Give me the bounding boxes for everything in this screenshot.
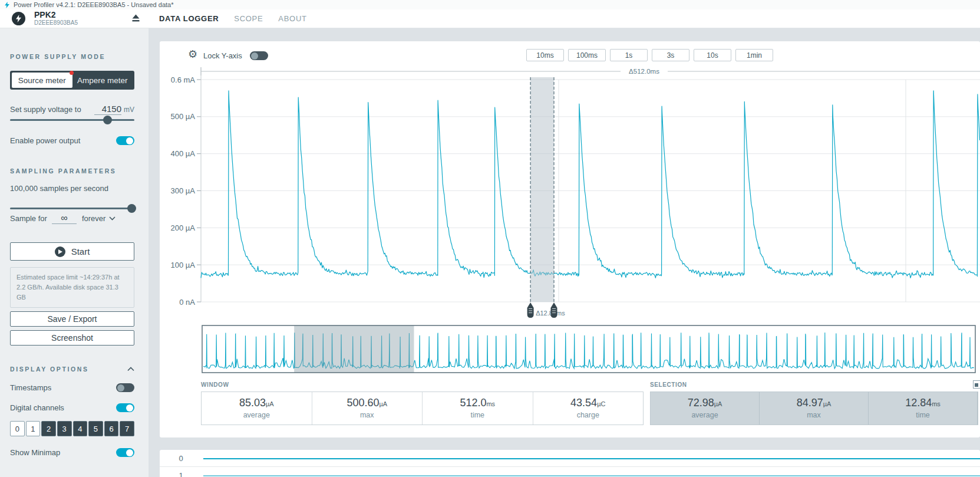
digital-channel-row-0: 0 <box>160 450 980 467</box>
disk-space-estimate: Estimated space limit ~14:29:37h at 2.2 … <box>10 267 134 308</box>
chevron-down-icon[interactable] <box>109 216 116 221</box>
chevron-up-icon[interactable] <box>127 367 134 371</box>
digital-channels-toggle[interactable] <box>116 403 134 412</box>
digital-signal-line <box>203 475 980 476</box>
eject-device-button[interactable] <box>131 14 141 25</box>
enable-power-label: Enable power output <box>10 136 80 145</box>
source-meter-label: Source meter <box>18 76 66 85</box>
data-logger-panel: ⚙ Lock Y-axis 10ms100ms1s3s10s1min Δ512.… <box>160 41 980 437</box>
digital-channels-row: Digital channels <box>10 403 134 412</box>
stat-unit: µC <box>597 400 605 407</box>
y-axis-tick-label: 0 nA <box>179 298 195 307</box>
voltage-unit: mV <box>124 106 134 114</box>
stat-value: 43.54 <box>570 397 597 409</box>
window-stat-charge: 43.54µCcharge <box>533 392 644 425</box>
channel-button-6[interactable]: 6 <box>104 421 119 436</box>
y-axis-tick-label: 100 µA <box>171 261 196 269</box>
digital-channel-row-1: 1 <box>160 467 980 477</box>
stat-unit: µA <box>379 400 387 407</box>
window-stats-label: WINDOW <box>201 381 229 388</box>
tab-data-logger[interactable]: DATA LOGGER <box>159 14 219 23</box>
selection-stat-average: 72.98µAaverage <box>651 392 760 425</box>
stat-value: 512.0 <box>460 397 486 409</box>
selection-stat-time: 12.84mstime <box>869 392 978 425</box>
tab-about[interactable]: ABOUT <box>278 14 306 23</box>
stat-label: average <box>651 411 759 419</box>
channel-button-2[interactable]: 2 <box>41 421 56 436</box>
sample-rate-slider-track[interactable] <box>10 208 134 209</box>
stat-label: average <box>202 411 312 419</box>
nav-tabs: DATA LOGGERSCOPEABOUT <box>159 9 307 28</box>
channel-button-1[interactable]: 1 <box>26 421 41 436</box>
minimap-chart[interactable] <box>160 323 980 377</box>
show-minimap-label: Show Minimap <box>10 448 60 457</box>
screenshot-button[interactable]: Screenshot <box>10 330 134 346</box>
sidebar: POWER SUPPLY MODE Source meter Ampere me… <box>0 28 149 477</box>
stat-unit: ms <box>932 400 941 407</box>
timestamps-label: Timestamps <box>10 383 51 392</box>
app-header: PPK2 D2EEE8903BA5 DATA LOGGERSCOPEABOUT <box>0 9 980 28</box>
selection-delta-label: Δ12.84ms <box>536 310 565 317</box>
sample-duration-input[interactable]: ∞ <box>52 213 77 224</box>
stat-value: 12.84 <box>905 397 932 409</box>
stat-label: max <box>760 411 868 419</box>
selection-stats-label: SELECTION <box>650 381 687 388</box>
channel-button-0[interactable]: 0 <box>10 421 25 436</box>
current-chart[interactable]: Δ512.0ms0.6 mA500 µA400 µA300 µA200 µA10… <box>160 41 980 323</box>
sample-duration-unit[interactable]: forever <box>82 214 105 223</box>
stat-label: max <box>312 411 423 419</box>
voltage-slider-thumb[interactable] <box>103 116 112 124</box>
window-stat-max: 500.60µAmax <box>312 392 423 425</box>
selection-handle[interactable] <box>527 302 534 318</box>
window-stat-time: 512.0mstime <box>423 392 533 425</box>
channel-button-4[interactable]: 4 <box>73 421 88 436</box>
enable-power-row: Enable power output <box>10 136 134 145</box>
channel-button-7[interactable]: 7 <box>120 421 134 436</box>
toggle-knob <box>126 449 133 456</box>
ppk2-logo <box>12 12 25 25</box>
stat-label: charge <box>533 411 644 419</box>
channel-button-3[interactable]: 3 <box>57 421 72 436</box>
channel-button-5[interactable]: 5 <box>88 421 103 436</box>
minimap-window-region[interactable] <box>294 325 414 373</box>
source-meter-option[interactable]: Source meter <box>12 73 72 88</box>
selection-handle[interactable] <box>551 302 557 318</box>
save-export-label: Save / Export <box>47 314 97 324</box>
tab-scope[interactable]: SCOPE <box>234 14 263 23</box>
timestamps-toggle[interactable] <box>116 383 134 392</box>
y-axis-tick-label: 500 µA <box>171 112 196 121</box>
digital-channels-panel: 01 <box>160 450 980 477</box>
voltage-slider-track[interactable] <box>10 119 134 121</box>
display-options-header[interactable]: DISPLAY OPTIONS <box>10 366 134 373</box>
eject-icon <box>131 14 141 22</box>
window-title: Power Profiler v4.2.1: D2EEE8903BA5 - Un… <box>14 1 173 8</box>
start-button[interactable]: Start <box>10 242 134 261</box>
stat-value: 85.03 <box>239 397 266 409</box>
start-button-label: Start <box>71 246 90 256</box>
voltage-label: Set supply voltage to <box>10 105 81 114</box>
display-options-label: DISPLAY OPTIONS <box>10 366 89 373</box>
sample-rate-slider-thumb[interactable] <box>127 204 136 213</box>
voltage-row: Set supply voltage to 4150 mV <box>10 104 134 115</box>
chart-selection-region[interactable]: Δ12.84ms <box>527 77 566 318</box>
device-name: PPK2 <box>34 10 56 19</box>
sample-rate-slider[interactable] <box>10 204 134 213</box>
ampere-meter-option[interactable]: Ampere meter <box>72 73 133 88</box>
sample-rate-label: 100,000 samples per second <box>10 184 134 193</box>
selection-export-icon[interactable] <box>973 380 980 389</box>
voltage-slider[interactable] <box>10 116 134 124</box>
play-icon <box>55 246 65 257</box>
y-axis-tick-label: 300 µA <box>171 186 196 195</box>
digital-channel-label: 1 <box>176 471 186 477</box>
bolt-icon <box>15 15 22 22</box>
stat-unit: µA <box>714 400 722 407</box>
power-supply-section-label: POWER SUPPLY MODE <box>10 53 134 60</box>
sampling-section-label: SAMPLING PARAMETERS <box>10 167 134 175</box>
save-export-button[interactable]: Save / Export <box>10 311 134 327</box>
y-axis-tick-label: 400 µA <box>171 149 196 158</box>
voltage-input[interactable]: 4150 <box>94 104 121 115</box>
enable-power-toggle[interactable] <box>116 136 134 145</box>
show-minimap-toggle[interactable] <box>116 448 134 457</box>
show-minimap-row: Show Minimap <box>10 448 134 457</box>
window-stats-box: 85.03µAaverage500.60µAmax512.0mstime43.5… <box>201 392 644 425</box>
